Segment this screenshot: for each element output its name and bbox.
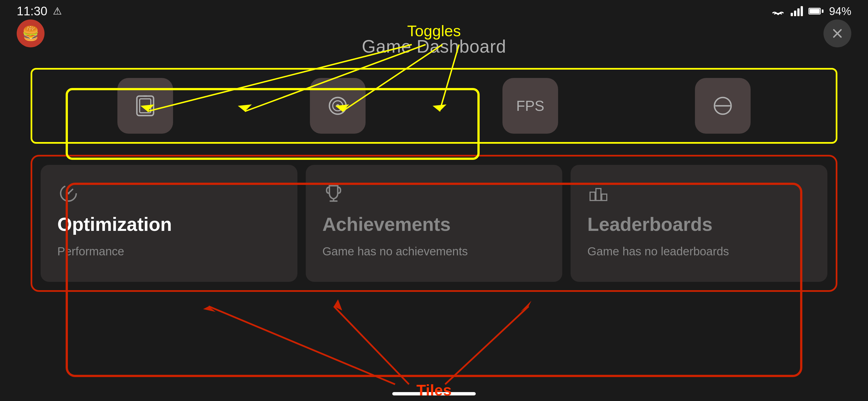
- home-indicator[interactable]: [392, 392, 476, 395]
- svg-point-25: [336, 104, 339, 108]
- wifi-icon: [771, 6, 785, 17]
- fps-label: FPS: [516, 97, 544, 114]
- optimization-tile[interactable]: Optimization Performance: [41, 165, 298, 282]
- optimization-title: Optimization: [57, 213, 281, 235]
- status-right: 94%: [771, 5, 851, 18]
- dnd-toggle[interactable]: [695, 78, 751, 134]
- app-icon: 🍔: [17, 20, 44, 47]
- achievements-tile[interactable]: Achievements Game has no achievements: [306, 165, 562, 282]
- record-toggle[interactable]: [310, 78, 366, 134]
- fps-toggle[interactable]: FPS: [502, 78, 558, 134]
- svg-rect-35: [602, 194, 607, 200]
- svg-rect-21: [140, 99, 151, 113]
- screenshot-toggle[interactable]: [117, 78, 173, 134]
- status-time: 11:30: [17, 4, 47, 18]
- trophy-icon: [322, 181, 546, 205]
- signal-icon: [790, 6, 803, 16]
- tiles-container: Optimization Performance Achievements Ga…: [31, 155, 837, 292]
- speedometer-icon: [57, 181, 281, 205]
- leaderboards-title: Leaderboards: [587, 213, 811, 235]
- toggles-section: FPS: [31, 68, 837, 144]
- warning-icon: ⚠: [53, 5, 62, 17]
- status-left: 11:30 ⚠: [17, 4, 62, 18]
- chart-icon: [587, 181, 811, 205]
- svg-rect-33: [590, 192, 595, 200]
- leaderboards-subtitle: Game has no leaderboards: [587, 244, 811, 260]
- svg-rect-34: [596, 189, 601, 200]
- battery-percent: 94%: [829, 5, 851, 18]
- leaderboards-tile[interactable]: Leaderboards Game has no leaderboards: [570, 165, 827, 282]
- close-button[interactable]: [824, 20, 851, 47]
- dashboard-title: Game Dashboard: [362, 36, 506, 57]
- tiles-section: Optimization Performance Achievements Ga…: [31, 155, 837, 292]
- achievements-title: Achievements: [322, 213, 546, 235]
- toggles-container: FPS: [31, 68, 837, 144]
- achievements-subtitle: Game has no achievements: [322, 244, 546, 260]
- svg-point-30: [67, 192, 69, 194]
- main-content: Game Dashboard FPS: [0, 22, 868, 384]
- status-bar: 11:30 ⚠ 94%: [0, 0, 868, 22]
- optimization-subtitle: Performance: [57, 244, 281, 260]
- battery-icon: [808, 8, 824, 15]
